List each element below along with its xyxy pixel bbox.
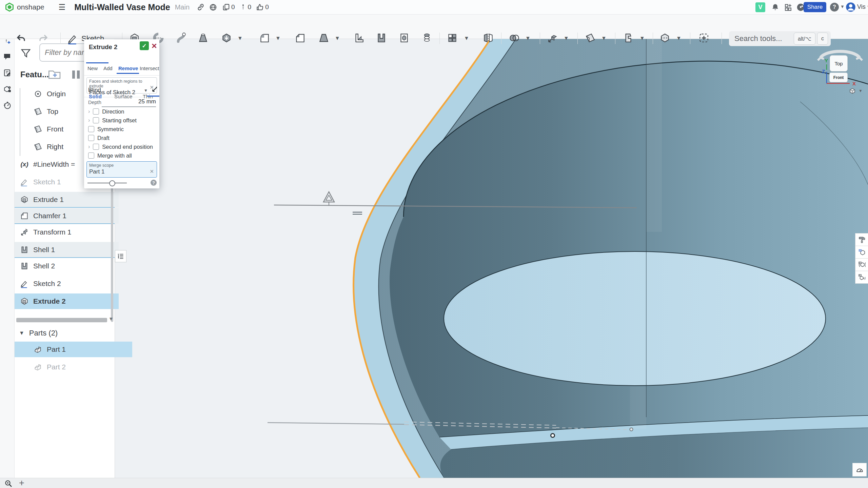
loft-tool-button[interactable] xyxy=(196,31,210,45)
second-end-checkbox[interactable] xyxy=(93,144,99,150)
add-folder-icon[interactable] xyxy=(47,69,62,79)
help-caret-icon[interactable]: ▼ xyxy=(840,4,845,9)
tree-item-transform1[interactable]: Transform 1 xyxy=(14,224,119,240)
mirror-tool-button[interactable] xyxy=(481,31,495,45)
helix-tool-button[interactable] xyxy=(420,31,434,45)
performance-gauge-button[interactable] xyxy=(852,463,867,476)
option-direction[interactable]: › Direction xyxy=(88,107,124,116)
pattern-dropdown-caret[interactable]: ▼ xyxy=(464,35,469,41)
display-states-panel-button[interactable] xyxy=(855,258,868,271)
boolean-tool-button[interactable] xyxy=(507,31,521,45)
fillet-dropdown-caret[interactable]: ▼ xyxy=(275,35,281,41)
user-caret-icon[interactable]: ▼ xyxy=(867,4,868,9)
option-second-end-position[interactable]: › Second end position xyxy=(88,142,153,151)
dialog-mode-remove[interactable]: Remove xyxy=(118,65,138,71)
expand-chevron-icon[interactable]: › xyxy=(88,108,90,115)
option-merge-with-all[interactable]: Merge with all xyxy=(88,151,132,160)
dialog-confirm-button[interactable]: ✓ xyxy=(140,41,149,50)
chamfer-tool-button[interactable] xyxy=(293,31,307,45)
flip-direction-icon[interactable] xyxy=(151,86,158,94)
starting-offset-checkbox[interactable] xyxy=(93,117,99,123)
thicken-tool-button[interactable] xyxy=(220,31,233,45)
tree-item-extrude1[interactable]: Extrude 1 xyxy=(14,192,119,207)
user-avatar[interactable] xyxy=(846,2,856,12)
direction-checkbox[interactable] xyxy=(93,108,99,115)
performance-panel-icon[interactable] xyxy=(3,101,12,110)
boolean-dropdown-caret[interactable]: ▼ xyxy=(525,35,531,41)
rib-tool-button[interactable] xyxy=(352,31,366,45)
copies-icon[interactable] xyxy=(222,3,230,11)
sketch-point-b[interactable] xyxy=(551,434,555,438)
onshape-logo-text[interactable]: onshape xyxy=(17,3,44,11)
document-title[interactable]: Multi-Walled Vase Mode xyxy=(74,2,170,12)
expand-chevron-icon[interactable]: › xyxy=(88,144,90,150)
dialog-mode-intersect[interactable]: Intersect xyxy=(140,65,159,71)
tree-item-shell2[interactable]: Shell 2 xyxy=(14,258,119,274)
draft-tool-button[interactable] xyxy=(317,31,331,45)
option-symmetric[interactable]: Symmetric xyxy=(88,125,124,134)
link-icon[interactable] xyxy=(197,3,204,11)
dialog-mode-new[interactable]: New xyxy=(87,65,98,71)
view-options-button[interactable]: ▼ xyxy=(846,85,865,96)
merge-all-checkbox[interactable] xyxy=(88,152,94,159)
opacity-slider-track[interactable] xyxy=(87,183,127,183)
branch-name[interactable]: Main xyxy=(175,3,190,11)
tree-item-extrude2-selected[interactable]: Extrude 2 xyxy=(14,293,119,309)
shell-tool-button[interactable] xyxy=(375,31,388,45)
dialog-cancel-button[interactable]: ✕ xyxy=(151,42,157,50)
notifications-bell-icon[interactable] xyxy=(771,3,780,12)
featurescript-panel-icon[interactable]: ? xyxy=(3,85,12,94)
end-condition-dropdown[interactable]: Blind xyxy=(88,87,101,94)
split-dropdown-caret[interactable]: ▼ xyxy=(676,35,682,41)
feature-list-toggle-button[interactable] xyxy=(115,250,126,262)
depth-value-input[interactable]: 25 mm xyxy=(138,98,156,105)
opacity-slider-handle[interactable] xyxy=(109,180,115,186)
option-starting-offset[interactable]: › Starting offset xyxy=(88,116,137,125)
rollback-caret-icon[interactable]: ▼ xyxy=(108,316,114,322)
named-views-panel-button[interactable] xyxy=(855,246,868,259)
notes-panel-icon[interactable] xyxy=(3,68,12,77)
appearance-panel-button[interactable] xyxy=(855,233,868,246)
dialog-mode-add[interactable]: Add xyxy=(103,65,113,71)
symmetric-checkbox[interactable] xyxy=(88,126,94,132)
curve-tool-button[interactable] xyxy=(622,31,635,45)
app-store-grid-icon[interactable] xyxy=(784,3,792,12)
workspace-version-badge[interactable]: V xyxy=(755,2,765,12)
public-globe-icon[interactable] xyxy=(209,3,217,11)
configurations-panel-button[interactable]: x) xyxy=(855,271,868,284)
custom-feature-button[interactable] xyxy=(697,31,711,45)
draft-dropdown-caret[interactable]: ▼ xyxy=(335,35,340,41)
expand-chevron-icon[interactable]: › xyxy=(88,117,90,123)
comments-panel-icon[interactable] xyxy=(3,52,12,61)
transform-tool-button[interactable] xyxy=(546,31,559,45)
document-menu-icon[interactable]: ☰ xyxy=(59,3,66,12)
end-condition-caret-icon[interactable]: ▼ xyxy=(144,88,148,93)
clear-merge-scope-icon[interactable]: ✕ xyxy=(150,168,154,175)
share-button[interactable]: Share xyxy=(804,2,826,12)
tree-item-chamfer1[interactable]: Chamfer 1 xyxy=(14,208,119,224)
draft-checkbox[interactable] xyxy=(88,135,94,141)
tree-item-sketch2[interactable]: Sketch 2 xyxy=(14,276,119,291)
parts-item-part1-selected[interactable]: Part 1 xyxy=(14,342,132,357)
plane-dropdown-caret[interactable]: ▼ xyxy=(601,35,607,41)
parts-item-part2-hidden[interactable]: Part 2 xyxy=(14,359,132,375)
parts-section-header[interactable]: ▼ Parts (2) xyxy=(14,325,119,341)
onshape-logo-icon[interactable] xyxy=(5,2,14,12)
tab-search-icon[interactable] xyxy=(4,480,13,488)
thicken-dropdown-caret[interactable]: ▼ xyxy=(237,35,243,41)
pattern-tool-button[interactable] xyxy=(446,31,459,45)
merge-scope-field[interactable]: Merge scope Part 1 ✕ xyxy=(86,161,157,178)
dialog-help-icon[interactable]: ? xyxy=(151,180,157,186)
like-icon[interactable] xyxy=(256,3,264,11)
rollback-bar[interactable] xyxy=(16,318,107,322)
redo-button[interactable] xyxy=(37,31,50,45)
fillet-tool-button[interactable] xyxy=(258,31,271,45)
viewport-3d[interactable] xyxy=(115,39,868,478)
search-tools-box[interactable]: Search tools... alt/⌥ c xyxy=(729,31,831,46)
sweep-tool-button[interactable] xyxy=(174,31,188,45)
sketch-point-a[interactable] xyxy=(630,428,633,431)
filter-icon[interactable] xyxy=(20,47,31,59)
hole-tool-button[interactable] xyxy=(397,31,411,45)
undo-button[interactable] xyxy=(14,31,28,45)
split-tool-button[interactable] xyxy=(658,31,672,45)
